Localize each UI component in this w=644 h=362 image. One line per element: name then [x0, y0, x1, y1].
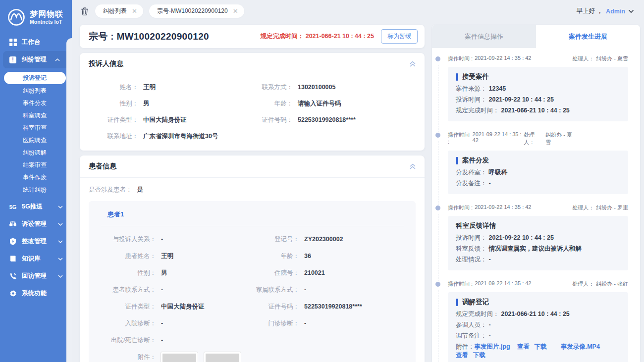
- user-menu[interactable]: Admin: [606, 8, 625, 15]
- mark-hold-button[interactable]: 标为暂缓: [381, 29, 418, 44]
- collapse-double-chevron-icon[interactable]: [409, 60, 417, 67]
- sidebar-item-5g-push[interactable]: 5G 5G推送: [0, 198, 72, 215]
- sidebar-item-label: 知识库: [22, 255, 41, 263]
- sidebar-item-case-close-review[interactable]: 结案审查: [0, 159, 72, 171]
- timeline-dot: [435, 282, 440, 287]
- field-id-number: 证件号码：52253019920818****: [252, 115, 416, 125]
- sidebar-item-rectification-management[interactable]: 整改管理: [0, 233, 72, 250]
- book-icon: [9, 255, 17, 263]
- field-relation: 与投诉人关系：-: [101, 234, 252, 245]
- sidebar-item-hospital-investigation[interactable]: 医院调查: [0, 134, 72, 147]
- field-discharge-diagnosis: 出院/死亡诊断：-: [101, 335, 252, 346]
- trash-icon[interactable]: [80, 7, 89, 16]
- chevron-down-icon: [58, 223, 63, 226]
- patient-panel: 患者信息 是否涉及患者：是 患者1 与投: [80, 155, 425, 362]
- open-tab-dispute-list[interactable]: 纠纷列表 ✕: [95, 4, 143, 18]
- complainant-panel-title: 投诉人信息: [89, 59, 123, 68]
- sidebar-item-label: 系统功能: [22, 289, 47, 298]
- card-attachments: 附件： 事发图片.jpg 查看 下载 事发录像.MP4 查看 下载: [456, 343, 620, 360]
- field-contact: 联系方式：13020100005: [252, 82, 416, 93]
- download-link[interactable]: 下载: [535, 343, 547, 351]
- card-title: 案件分发: [462, 156, 489, 165]
- patient-card: 患者1 与投诉人关系：- 登记号：ZY202300002 患者姓名：王明: [89, 201, 416, 362]
- patient-card-title: 患者1: [101, 210, 404, 219]
- field-gender: 性别：男: [89, 99, 252, 109]
- deadline-text: 规定完成时间： 2021-066-21 10 : 44 : 25: [261, 32, 374, 41]
- field-outpatient-diagnosis: 门诊诊断：-: [252, 318, 404, 329]
- sidebar-item-dispute-statistics[interactable]: 统计纠纷: [0, 184, 72, 196]
- attachment-file-link[interactable]: 事发录像.MP4: [561, 343, 600, 351]
- field-address: 联系地址：广东省深圳市粤海街道30号: [89, 131, 252, 142]
- sidebar-item-label: 纠纷管理: [22, 55, 47, 64]
- chevron-down-icon[interactable]: [628, 9, 634, 13]
- sidebar-item-label: 5G推送: [22, 203, 43, 211]
- timeline-dot: [435, 133, 440, 138]
- sidebar-item-system-functions[interactable]: 系统功能: [0, 285, 72, 302]
- patient-panel-title: 患者信息: [89, 162, 116, 171]
- sidebar-item-label: 工作台: [22, 38, 41, 47]
- gear-icon: [9, 290, 17, 298]
- sidebar-item-dispute-list[interactable]: 纠纷列表: [0, 85, 72, 97]
- collapse-double-chevron-icon[interactable]: [409, 163, 417, 170]
- sidebar-item-complaint-register[interactable]: 投诉登记: [4, 72, 66, 84]
- field-admission-diagnosis: 入院诊断：-: [101, 318, 252, 329]
- title-bar-icon: [456, 299, 458, 306]
- logo-subtitle: Montnets IoT: [30, 19, 63, 25]
- timeline-connector: [438, 65, 438, 132]
- open-tab-case[interactable]: 宗号-MW10020220900120 ✕: [149, 4, 244, 18]
- timeline-connector: [438, 214, 438, 281]
- view-link[interactable]: 查看: [456, 351, 468, 360]
- sidebar-item-litigation-management[interactable]: 诉讼管理: [0, 215, 72, 233]
- field-patient-id-number: 证件号码：52253019920818****: [252, 302, 404, 312]
- sidebar-item-label: 回访管理: [22, 272, 47, 280]
- sidebar-item-event-dispatch[interactable]: 事件分发: [0, 97, 72, 109]
- field-register-no: 登记号：ZY202300002: [252, 234, 404, 245]
- download-link[interactable]: 下载: [473, 351, 485, 360]
- sidebar-item-knowledge-base[interactable]: 知识库: [0, 250, 72, 267]
- chevron-down-icon: [58, 240, 63, 243]
- timeline-dot: [435, 206, 440, 210]
- sidebar-item-dept-investigation[interactable]: 科室调查: [0, 109, 72, 122]
- close-icon[interactable]: ✕: [132, 8, 137, 14]
- dispute-alert-icon: !: [9, 56, 17, 64]
- grid-icon: [9, 39, 17, 47]
- field-patient-name: 患者姓名：王明: [101, 251, 252, 261]
- timeline-connector: [438, 290, 438, 362]
- field-patient-age: 年龄：36: [252, 251, 404, 261]
- field-patient-id-type: 证件类型：中国大陆身份证: [101, 302, 252, 312]
- timeline-card: 接受案件 案件来源：12345 投诉时间：2021-09-22 10 : 44 …: [448, 67, 628, 121]
- content: 宗号 : MW10020220900120 规定完成时间： 2021-066-2…: [72, 22, 644, 362]
- sidebar-item-dispute-mediation[interactable]: 纠纷调解: [0, 147, 72, 159]
- timeline-entry: 操作时间 :2021-09-22 14 : 35 : 42 处理人：纠纷办 - …: [436, 55, 628, 121]
- timeline-card: 案件分发 分发科室：呼吸科 分发备注：-: [448, 151, 628, 194]
- tab-case-progress[interactable]: 案件发生进展: [536, 25, 640, 48]
- title-bar-icon: [456, 73, 458, 81]
- timeline-entry: 操作时间 :2021-09-22 14 : 35 : 42 处理人：纠纷办 - …: [436, 204, 628, 270]
- sidebar-item-label: 诉讼管理: [22, 220, 47, 228]
- timeline-card: 科室反馈详情 投诉时间：2021-09-22 10 : 44 : 25 科室反馈…: [448, 216, 628, 270]
- sidebar: 梦网物联 Montnets IoT 工作台 ! 纠纷管理 投诉登记 纠纷列表 事…: [0, 0, 72, 362]
- sidebar-item-workbench[interactable]: 工作台: [0, 34, 72, 51]
- greeting-text: 早上好 ，: [577, 7, 603, 15]
- attachment-thumbnail[interactable]: [161, 352, 198, 362]
- sidebar-item-dispute-management[interactable]: ! 纠纷管理: [3, 51, 69, 68]
- chevron-down-icon: [58, 206, 63, 208]
- close-icon[interactable]: ✕: [233, 8, 238, 14]
- view-link[interactable]: 查看: [517, 343, 530, 351]
- card-title: 科室反馈详情: [456, 221, 496, 230]
- sidebar-item-event-void[interactable]: 事件作废: [0, 171, 72, 184]
- sidebar-item-dept-review[interactable]: 科室审查: [0, 122, 72, 134]
- timeline-card: 调解登记 规定完成时间：2021-066-21 10 : 44 : 25 参调人…: [448, 292, 628, 362]
- sidebar-item-followup-management[interactable]: 回访管理: [0, 267, 72, 285]
- card-title: 调解登记: [462, 298, 489, 307]
- tab-case-info-actions[interactable]: 案件信息操作: [432, 25, 536, 48]
- attachment-thumbnail[interactable]: [204, 352, 241, 362]
- logo-title: 梦网物联: [30, 10, 63, 19]
- chevron-down-icon: [58, 275, 63, 278]
- field-patient-contact: 患者联系方式：-: [101, 285, 252, 295]
- content-corner-strip: [66, 38, 72, 362]
- field-id-type: 证件类型：中国大陆身份证: [89, 115, 252, 125]
- attachment-file-link[interactable]: 事发图片.jpg: [475, 343, 510, 351]
- shield-icon: [9, 238, 17, 246]
- sidebar-item-label: 整改管理: [22, 237, 47, 246]
